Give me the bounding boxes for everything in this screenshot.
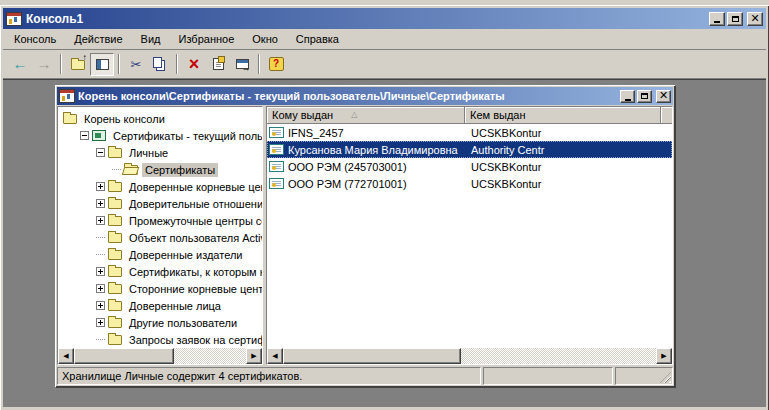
export-list-button[interactable]: [230, 53, 254, 76]
tree-indent: [58, 220, 94, 221]
folder-icon: [108, 284, 122, 294]
tree-item[interactable]: Доверенные корневые центры сертификации: [58, 178, 262, 195]
tree-item[interactable]: Запросы заявок на сертификат: [58, 331, 262, 348]
expand-icon[interactable]: [96, 199, 105, 208]
issued-by-cell: UCSKBKontur: [465, 127, 672, 139]
help-button[interactable]: [264, 53, 288, 76]
tree-indent: [58, 288, 94, 289]
column-header[interactable]: Кем выдан: [465, 107, 661, 124]
expand-icon[interactable]: [96, 301, 105, 310]
tree-item[interactable]: Доверительные отношения в предприятии: [58, 195, 262, 212]
properties-button[interactable]: [206, 53, 230, 76]
tree-indent: [58, 118, 62, 119]
tree-item[interactable]: Другие пользователи: [58, 314, 262, 331]
close-button[interactable]: ✕: [747, 12, 763, 26]
column-header[interactable]: [661, 107, 672, 124]
tree-indent: [58, 271, 94, 272]
up-one-level-button[interactable]: [66, 53, 90, 76]
tree-item[interactable]: Личные: [58, 144, 262, 161]
tree-expander-slot[interactable]: [94, 216, 107, 225]
tree-item-label: Сертификаты, к которым нет доверия: [126, 265, 262, 279]
expand-icon[interactable]: [96, 182, 105, 191]
certificate-row[interactable]: Курсанова Мария ВладимировнаAuthority Ce…: [267, 141, 672, 158]
folder-icon: [108, 250, 122, 260]
menu-item[interactable]: Избранное: [170, 30, 244, 48]
collapse-icon[interactable]: [96, 148, 105, 157]
tree-expander-slot: [110, 169, 123, 170]
child-minimize-button[interactable]: [620, 90, 635, 103]
forward-arrow-button[interactable]: [32, 53, 56, 76]
tree-expander-slot[interactable]: [94, 199, 107, 208]
child-titlebar[interactable]: Корень консоли\Сертификаты - текущий пол…: [57, 87, 673, 105]
child-close-button[interactable]: ✕: [656, 90, 671, 103]
tree-item[interactable]: Объект пользователя Active Directory: [58, 229, 262, 246]
tree-item[interactable]: Сертификаты: [58, 161, 262, 178]
certificate-row[interactable]: ООО РЭМ (772701001)UCSKBKontur: [267, 175, 672, 192]
column-header[interactable]: Кому выдан△: [267, 107, 465, 124]
show-hide-tree-button[interactable]: [90, 53, 114, 76]
folder-icon: [63, 114, 77, 124]
scroll-right-button[interactable]: ▶: [246, 348, 262, 364]
console-tree-pane: Корень консолиСертификаты - текущий поль…: [57, 106, 263, 365]
menu-item[interactable]: Окно: [243, 30, 287, 48]
certificate-row[interactable]: ООО РЭМ (245703001)UCSKBKontur: [267, 158, 672, 175]
console-root-icon: [59, 89, 75, 103]
tree-expander-slot[interactable]: [94, 148, 107, 157]
tree-expander-slot[interactable]: [94, 284, 107, 293]
menu-item[interactable]: Консоль: [5, 30, 65, 48]
tree-expander-slot[interactable]: [78, 131, 91, 140]
menu-item[interactable]: Вид: [132, 30, 170, 48]
child-maximize-button[interactable]: [637, 90, 652, 103]
tree-item[interactable]: Доверенные издатели: [58, 246, 262, 263]
certificate-row[interactable]: IFNS_2457UCSKBKontur: [267, 124, 672, 141]
status-panel-2: [483, 367, 613, 385]
resize-grip[interactable]: [660, 372, 671, 383]
tree-item-label: Личные: [126, 146, 171, 160]
delete-button[interactable]: [182, 53, 206, 76]
cut-button[interactable]: [124, 53, 148, 76]
tree-item[interactable]: Доверенные лица: [58, 297, 262, 314]
main-titlebar[interactable]: Консоль1 ✕: [3, 8, 766, 29]
tree-expander-slot[interactable]: [94, 318, 107, 327]
copy-icon: [153, 57, 162, 68]
export-list-icon: [236, 59, 249, 69]
cut-icon: [131, 58, 142, 71]
expand-icon[interactable]: [96, 284, 105, 293]
scrollbar-thumb[interactable]: [74, 348, 174, 364]
scrollbar-thumb[interactable]: [283, 348, 461, 364]
tree-item[interactable]: Корень консоли: [58, 110, 262, 127]
certificates-child-window: Корень консоли\Сертификаты - текущий пол…: [55, 85, 675, 387]
expand-icon[interactable]: [96, 267, 105, 276]
maximize-button[interactable]: [727, 12, 743, 26]
collapse-icon[interactable]: [80, 131, 89, 140]
menu-item[interactable]: Действие: [65, 30, 131, 48]
minimize-button[interactable]: [709, 12, 725, 26]
tree-item-label: Сертификаты: [142, 163, 218, 177]
scroll-left-button[interactable]: ◀: [58, 348, 74, 364]
copy-button[interactable]: [148, 53, 172, 76]
tree-item-label: Запросы заявок на сертификат: [126, 333, 262, 347]
scroll-left-button[interactable]: ◀: [267, 348, 283, 364]
tree-item[interactable]: Сертификаты, к которым нет доверия: [58, 263, 262, 280]
tree-item[interactable]: Сертификаты - текущий пользователь: [58, 127, 262, 144]
issued-by-cell: UCSKBKontur: [465, 161, 672, 173]
tree-expander-slot[interactable]: [94, 267, 107, 276]
tree-indent: [58, 339, 94, 340]
expand-icon[interactable]: [96, 318, 105, 327]
back-arrow-button[interactable]: [8, 53, 32, 76]
tree-horizontal-scrollbar[interactable]: ◀ ▶: [58, 348, 262, 364]
tree-item-label: Другие пользователи: [126, 316, 240, 330]
expand-icon[interactable]: [96, 216, 105, 225]
column-header-label: Кем выдан: [470, 109, 526, 121]
list-horizontal-scrollbar[interactable]: ◀ ▶: [267, 348, 672, 364]
tree-expander-slot[interactable]: [94, 182, 107, 191]
tree-item[interactable]: Промежуточные центры сертификации: [58, 212, 262, 229]
issued-to-label: ООО РЭМ (245703001): [288, 161, 407, 173]
maximize-icon: [732, 16, 739, 22]
scroll-right-button[interactable]: ▶: [656, 348, 672, 364]
tree-expander-slot[interactable]: [94, 301, 107, 310]
tree-item[interactable]: Сторонние корневые центры сертификации: [58, 280, 262, 297]
tree-expander-slot: [94, 339, 107, 340]
menu-item[interactable]: Справка: [287, 30, 348, 48]
column-header-label: Кому выдан: [272, 109, 333, 121]
